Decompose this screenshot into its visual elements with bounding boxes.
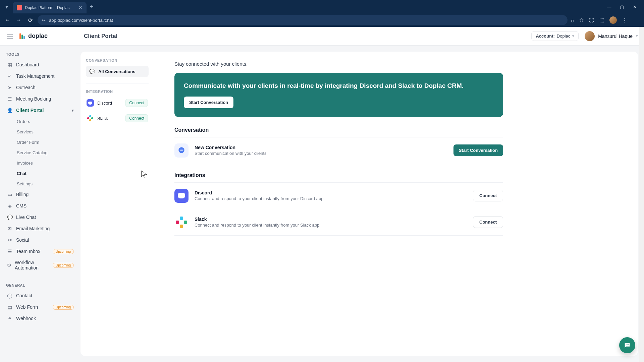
- sidebar-item-web-form[interactable]: ▤Web FormUpcoming: [3, 301, 77, 313]
- tab-close-icon[interactable]: ✕: [78, 5, 83, 10]
- app-viewport: doplac Client Portal Account: Doplac ▾ M…: [0, 27, 644, 362]
- sidebar-item-team-inbox[interactable]: ☰Team InboxUpcoming: [3, 246, 77, 257]
- integration-row-slack: Slack Connect: [86, 112, 149, 124]
- nav-forward-icon[interactable]: →: [15, 17, 23, 23]
- brand-name: doplac: [28, 33, 48, 40]
- sidebar-item-contact[interactable]: ◯Contact: [3, 290, 77, 301]
- sidebar-item-cms[interactable]: ◈CMS: [3, 200, 77, 212]
- upcoming-badge: Upcoming: [53, 305, 74, 310]
- integration-name-slack: Slack: [97, 116, 122, 121]
- user-avatar-icon: [585, 31, 595, 41]
- tab-search-dropdown[interactable]: ▾: [3, 3, 11, 11]
- sidebar-item-email-marketing[interactable]: ✉Email Marketing: [3, 223, 77, 234]
- contact-icon: ◯: [7, 293, 13, 299]
- connect-slack-chip[interactable]: Connect: [125, 114, 148, 122]
- discord-subtitle: Connect and respond to your client insta…: [195, 196, 467, 201]
- chat-icon: 💬: [7, 214, 13, 220]
- conversation-sidebar: CONVERSATION 💬 All Conversations INTEGRA…: [80, 52, 154, 356]
- chevron-down-icon: ▾: [636, 34, 638, 38]
- sidebar-item-outreach[interactable]: ➤Outreach: [3, 82, 77, 93]
- new-conversation-subtitle: Start communication with your clients.: [195, 151, 447, 156]
- svg-point-1: [180, 149, 181, 150]
- sidebar-item-task-management[interactable]: ✓Task Management: [3, 70, 77, 82]
- sub-item-chat[interactable]: Chat: [13, 169, 77, 178]
- chat-fab-button[interactable]: [619, 337, 635, 353]
- svg-point-5: [626, 345, 627, 345]
- slack-icon: [174, 215, 189, 229]
- extensions-icon[interactable]: ⬚: [599, 17, 604, 23]
- main-pane: Stay connected with your clients. Commun…: [154, 52, 638, 356]
- form-icon: ▤: [7, 304, 13, 310]
- nav-reload-icon[interactable]: ⟳: [26, 17, 34, 23]
- new-conversation-row: New Conversation Start communication wit…: [174, 137, 503, 164]
- account-label: Account:: [536, 34, 554, 39]
- slack-subtitle: Connect and respond to your client insta…: [195, 223, 467, 228]
- chat-bubble-icon: [174, 143, 189, 158]
- sidebar-section-general: GENERAL: [3, 281, 77, 290]
- sidebar-item-client-portal[interactable]: 👤Client Portal▾: [3, 105, 77, 116]
- hero-banner: Communicate with your clients in real-ti…: [174, 73, 503, 117]
- connect-slack-button[interactable]: Connect: [473, 216, 503, 228]
- all-conversations-item[interactable]: 💬 All Conversations: [86, 66, 149, 77]
- automation-icon: ⚙: [7, 262, 11, 268]
- inbox-icon: ☰: [7, 248, 13, 254]
- upcoming-badge: Upcoming: [53, 263, 74, 268]
- window-close[interactable]: ✕: [631, 4, 638, 9]
- site-info-icon[interactable]: ⊶: [42, 18, 46, 22]
- nav-back-icon[interactable]: ←: [3, 17, 11, 23]
- window-minimize[interactable]: —: [606, 4, 612, 9]
- lead-text: Stay connected with your clients.: [174, 61, 618, 67]
- bookmark-icon[interactable]: ☆: [579, 17, 584, 23]
- account-selector[interactable]: Account: Doplac ▾: [531, 31, 579, 41]
- integration-section-label: INTEGRATION: [86, 89, 149, 94]
- sidebar-item-billing[interactable]: ▭Billing: [3, 189, 77, 200]
- sidebar-item-meeting-booking[interactable]: ☰Meeting Booking: [3, 93, 77, 105]
- browser-tab[interactable]: Doplac Platform - Doplac ✕: [13, 2, 87, 13]
- browser-menu-icon[interactable]: ⋮: [622, 17, 627, 23]
- divider: [86, 83, 149, 83]
- profile-avatar-icon[interactable]: [609, 16, 617, 24]
- fullscreen-icon[interactable]: ⛶: [589, 17, 594, 23]
- chevron-down-icon: ▾: [72, 108, 74, 113]
- vertical-scrollbar[interactable]: [639, 27, 644, 362]
- tab-title: Doplac Platform - Doplac: [25, 5, 76, 10]
- calendar-icon: ☰: [7, 96, 13, 102]
- sidebar-item-dashboard[interactable]: ▦Dashboard: [3, 59, 77, 70]
- sub-item-settings[interactable]: Settings: [13, 179, 77, 189]
- svg-point-6: [628, 345, 629, 345]
- slack-title: Slack: [195, 217, 467, 222]
- start-conversation-button[interactable]: Start Conversation: [453, 144, 503, 156]
- tab-bar: ▾ Doplac Platform - Doplac ✕ + — ▢ ✕: [0, 0, 644, 13]
- upcoming-badge: Upcoming: [53, 249, 74, 254]
- integration-row-discord: Discord Connect: [86, 97, 149, 109]
- chat-icon: 💬: [89, 69, 95, 74]
- sidebar-item-live-chat[interactable]: 💬Live Chat: [3, 212, 77, 223]
- sub-item-services[interactable]: Services: [13, 127, 77, 137]
- brand-logo[interactable]: doplac: [19, 33, 48, 40]
- sidebar-section-tools: TOOLS: [3, 50, 77, 59]
- sub-item-service-catalog[interactable]: Service Catalog: [13, 148, 77, 158]
- sub-item-invoices[interactable]: Invoices: [13, 158, 77, 168]
- new-tab-button[interactable]: +: [90, 3, 94, 10]
- connect-discord-chip[interactable]: Connect: [125, 99, 148, 107]
- url-input[interactable]: ⊶ app.doplac.com/client-portal/chat: [38, 15, 568, 25]
- chevron-down-icon: ▾: [572, 34, 574, 38]
- window-maximize[interactable]: ▢: [619, 4, 625, 9]
- sidebar-item-webhook[interactable]: ⚭Webhook: [3, 313, 77, 324]
- hero-title: Communicate with your clients in real-ti…: [184, 81, 494, 90]
- slack-icon: [87, 115, 94, 122]
- sub-item-order-form[interactable]: Order Form: [13, 137, 77, 147]
- user-menu[interactable]: Mansurul Haque ▾: [585, 31, 638, 41]
- connect-discord-button[interactable]: Connect: [473, 190, 503, 201]
- browser-chrome: ▾ Doplac Platform - Doplac ✕ + — ▢ ✕ ← →…: [0, 0, 644, 27]
- share-icon: ⚯: [7, 237, 13, 243]
- sidebar-item-workflow-automation[interactable]: ⚙Workflow AutomationUpcoming: [3, 257, 77, 273]
- sidebar-toggle-icon[interactable]: [6, 33, 13, 40]
- zoom-icon[interactable]: ⌕: [571, 17, 574, 23]
- sub-item-orders[interactable]: Orders: [13, 117, 77, 126]
- sidebar-item-social[interactable]: ⚯Social: [3, 234, 77, 246]
- hero-start-conversation-button[interactable]: Start Conversation: [184, 97, 233, 108]
- layers-icon: ◈: [7, 203, 13, 209]
- discord-title: Discord: [195, 190, 467, 195]
- client-portal-submenu: Orders Services Order Form Service Catal…: [3, 117, 77, 189]
